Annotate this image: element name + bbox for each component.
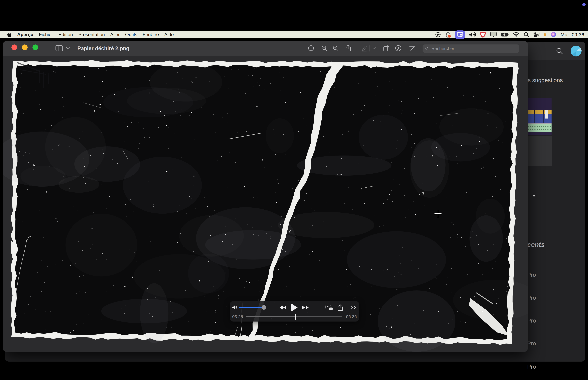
bullet-dot bbox=[533, 195, 535, 197]
duration-time: 06:36 bbox=[346, 314, 357, 319]
list-item[interactable]: Pro bbox=[527, 318, 536, 324]
timeline-clips bbox=[528, 110, 551, 114]
control-center-icon[interactable] bbox=[533, 31, 540, 38]
fast-forward-button[interactable] bbox=[301, 305, 310, 310]
apple-icon bbox=[7, 32, 11, 37]
seek-bar[interactable] bbox=[246, 316, 342, 317]
volume-icon[interactable] bbox=[232, 305, 238, 310]
share-button[interactable] bbox=[337, 304, 344, 311]
video-track bbox=[528, 114, 551, 124]
divider bbox=[528, 309, 552, 309]
menu-edition[interactable]: Édition bbox=[56, 32, 76, 37]
menu-fenetre[interactable]: Fenêtre bbox=[140, 32, 162, 37]
mic-indicator-dot bbox=[544, 33, 546, 36]
playhead-clip bbox=[545, 110, 548, 118]
menu-clock[interactable]: Mar. 09:36 bbox=[561, 32, 584, 38]
wifi-icon[interactable] bbox=[513, 31, 519, 38]
elapsed-time: 03:25 bbox=[232, 314, 243, 319]
picture-in-picture-button[interactable] bbox=[325, 304, 333, 311]
screen-sharing-icon[interactable] bbox=[455, 31, 465, 38]
menu-fichier[interactable]: Fichier bbox=[36, 32, 56, 37]
creative-cloud-icon[interactable] bbox=[445, 31, 452, 38]
audio-waveform bbox=[528, 124, 551, 132]
suggestions-label: s suggestions bbox=[528, 77, 563, 83]
battery-charging-icon[interactable] bbox=[501, 31, 509, 38]
preview-window: Papier déchiré 2.png bbox=[3, 41, 528, 352]
seek-progress bbox=[246, 316, 296, 317]
volume-icon[interactable] bbox=[469, 31, 476, 38]
menu-presentation[interactable]: Présentation bbox=[76, 32, 108, 37]
divider bbox=[528, 251, 552, 251]
recents-heading: cents bbox=[527, 241, 545, 248]
video-thumbnail[interactable] bbox=[528, 98, 551, 135]
list-item[interactable]: Pro bbox=[527, 295, 536, 301]
divider bbox=[528, 378, 552, 378]
rewind-button[interactable] bbox=[279, 305, 287, 310]
volume-fill bbox=[239, 307, 264, 308]
placeholder-card bbox=[528, 136, 552, 166]
status-dot bbox=[582, 3, 586, 6]
menu-outils[interactable]: Outils bbox=[122, 32, 140, 37]
divider bbox=[528, 286, 552, 286]
search-icon[interactable] bbox=[555, 47, 564, 55]
list-item[interactable]: Pro bbox=[527, 272, 536, 278]
menu-aide[interactable]: Aide bbox=[162, 32, 176, 37]
playback-controls: 03:25 06:36 bbox=[230, 301, 359, 322]
playhead[interactable] bbox=[295, 314, 296, 320]
menu-apercu[interactable]: Aperçu bbox=[13, 32, 36, 37]
globe-icon[interactable] bbox=[435, 31, 441, 38]
menu-bar: Aperçu Fichier Édition Présentation Alle… bbox=[0, 31, 588, 38]
menu-aller[interactable]: Aller bbox=[108, 32, 122, 37]
list-item[interactable]: Pro bbox=[527, 341, 536, 347]
security-shield-icon[interactable] bbox=[480, 31, 486, 38]
apple-menu[interactable] bbox=[7, 32, 13, 37]
divider bbox=[528, 355, 552, 355]
volume-slider[interactable] bbox=[239, 307, 264, 308]
list-item[interactable]: Pro bbox=[527, 363, 536, 370]
spotlight-icon[interactable] bbox=[523, 31, 529, 38]
avatar[interactable] bbox=[571, 46, 582, 57]
siri-icon[interactable] bbox=[550, 31, 557, 38]
divider bbox=[528, 332, 552, 332]
play-button[interactable] bbox=[290, 303, 299, 312]
display-icon[interactable] bbox=[490, 31, 497, 38]
more-controls-button[interactable] bbox=[350, 305, 358, 310]
volume-knob[interactable] bbox=[262, 305, 266, 310]
